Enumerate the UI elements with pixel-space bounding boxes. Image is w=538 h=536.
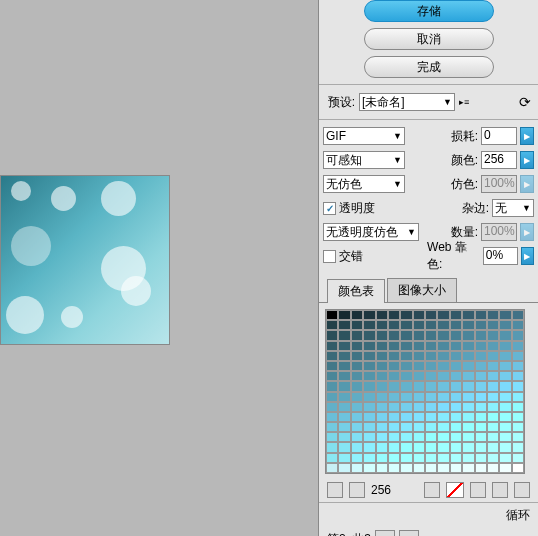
- preset-select[interactable]: [未命名] ▼: [359, 93, 455, 111]
- color-swatch[interactable]: [499, 392, 511, 402]
- color-swatch[interactable]: [475, 330, 487, 340]
- color-swatch[interactable]: [450, 442, 462, 452]
- refresh-icon[interactable]: ⟳: [516, 93, 534, 111]
- color-swatch[interactable]: [450, 412, 462, 422]
- color-swatch[interactable]: [475, 381, 487, 391]
- color-swatch[interactable]: [499, 320, 511, 330]
- color-swatch[interactable]: [499, 371, 511, 381]
- color-swatch[interactable]: [326, 422, 338, 432]
- colors-input[interactable]: 256: [481, 151, 517, 169]
- color-swatch[interactable]: [437, 381, 449, 391]
- color-swatch[interactable]: [413, 392, 425, 402]
- color-swatch[interactable]: [388, 422, 400, 432]
- color-swatch[interactable]: [450, 463, 462, 473]
- dither-select[interactable]: 无仿色 ▼: [323, 175, 405, 193]
- color-swatch[interactable]: [338, 453, 350, 463]
- save-button[interactable]: 存储: [364, 0, 494, 22]
- color-swatch[interactable]: [351, 432, 363, 442]
- color-swatch[interactable]: [487, 310, 499, 320]
- color-swatch[interactable]: [326, 453, 338, 463]
- color-swatch[interactable]: [450, 361, 462, 371]
- color-swatch[interactable]: [450, 310, 462, 320]
- color-swatch[interactable]: [388, 453, 400, 463]
- color-swatch[interactable]: [338, 351, 350, 361]
- color-swatch[interactable]: [400, 432, 412, 442]
- color-swatch[interactable]: [351, 341, 363, 351]
- color-swatch[interactable]: [351, 361, 363, 371]
- color-swatch[interactable]: [376, 310, 388, 320]
- color-swatch[interactable]: [425, 422, 437, 432]
- color-swatch[interactable]: [376, 371, 388, 381]
- color-swatch[interactable]: [351, 463, 363, 473]
- color-swatch[interactable]: [462, 402, 474, 412]
- color-swatch[interactable]: [487, 381, 499, 391]
- color-table[interactable]: [325, 309, 525, 474]
- color-swatch[interactable]: [499, 442, 511, 452]
- color-swatch[interactable]: [462, 442, 474, 452]
- color-swatch[interactable]: [462, 320, 474, 330]
- color-swatch[interactable]: [499, 412, 511, 422]
- color-swatch[interactable]: [512, 371, 524, 381]
- color-swatch[interactable]: [363, 330, 375, 340]
- color-swatch[interactable]: [376, 341, 388, 351]
- color-swatch[interactable]: [326, 402, 338, 412]
- color-swatch[interactable]: [400, 351, 412, 361]
- color-swatch[interactable]: [400, 381, 412, 391]
- color-swatch[interactable]: [400, 341, 412, 351]
- color-swatch[interactable]: [388, 381, 400, 391]
- color-swatch[interactable]: [475, 310, 487, 320]
- color-swatch[interactable]: [475, 351, 487, 361]
- color-swatch[interactable]: [351, 351, 363, 361]
- color-swatch[interactable]: [437, 432, 449, 442]
- color-swatch[interactable]: [388, 442, 400, 452]
- color-swatch[interactable]: [450, 341, 462, 351]
- color-swatch[interactable]: [400, 402, 412, 412]
- color-swatch[interactable]: [326, 392, 338, 402]
- color-swatch[interactable]: [462, 371, 474, 381]
- color-swatch[interactable]: [413, 381, 425, 391]
- color-swatch[interactable]: [363, 463, 375, 473]
- color-swatch[interactable]: [388, 371, 400, 381]
- color-swatch[interactable]: [376, 422, 388, 432]
- color-swatch[interactable]: [499, 402, 511, 412]
- color-swatch[interactable]: [388, 392, 400, 402]
- color-swatch[interactable]: [388, 320, 400, 330]
- color-swatch[interactable]: [475, 341, 487, 351]
- color-swatch[interactable]: [351, 453, 363, 463]
- color-swatch[interactable]: [376, 381, 388, 391]
- color-swatch[interactable]: [425, 351, 437, 361]
- color-swatch[interactable]: [462, 463, 474, 473]
- color-swatch[interactable]: [425, 310, 437, 320]
- color-swatch[interactable]: [487, 320, 499, 330]
- color-swatch[interactable]: [425, 361, 437, 371]
- color-swatch[interactable]: [363, 341, 375, 351]
- color-swatch[interactable]: [413, 432, 425, 442]
- first-frame-button[interactable]: ⏮: [375, 530, 395, 536]
- color-swatch[interactable]: [326, 341, 338, 351]
- lossy-spinner[interactable]: ▶: [520, 127, 534, 145]
- color-swatch[interactable]: [413, 402, 425, 412]
- preset-menu-icon[interactable]: ▸≡: [459, 97, 471, 107]
- color-swatch[interactable]: [437, 361, 449, 371]
- color-swatch[interactable]: [351, 402, 363, 412]
- color-swatch[interactable]: [425, 463, 437, 473]
- color-swatch[interactable]: [487, 412, 499, 422]
- color-swatch[interactable]: [388, 412, 400, 422]
- color-swatch[interactable]: [388, 463, 400, 473]
- color-swatch[interactable]: [450, 392, 462, 402]
- color-swatch[interactable]: [413, 320, 425, 330]
- color-swatch[interactable]: [351, 320, 363, 330]
- color-swatch[interactable]: [388, 341, 400, 351]
- color-swatch[interactable]: [512, 381, 524, 391]
- color-swatch[interactable]: [400, 392, 412, 402]
- websnap-input[interactable]: 0%: [483, 247, 518, 265]
- color-swatch[interactable]: [475, 371, 487, 381]
- color-swatch[interactable]: [512, 402, 524, 412]
- color-swatch[interactable]: [450, 432, 462, 442]
- color-swatch[interactable]: [413, 412, 425, 422]
- color-swatch[interactable]: [512, 422, 524, 432]
- color-swatch[interactable]: [376, 361, 388, 371]
- color-swatch[interactable]: [487, 402, 499, 412]
- color-swatch[interactable]: [499, 422, 511, 432]
- color-swatch[interactable]: [363, 381, 375, 391]
